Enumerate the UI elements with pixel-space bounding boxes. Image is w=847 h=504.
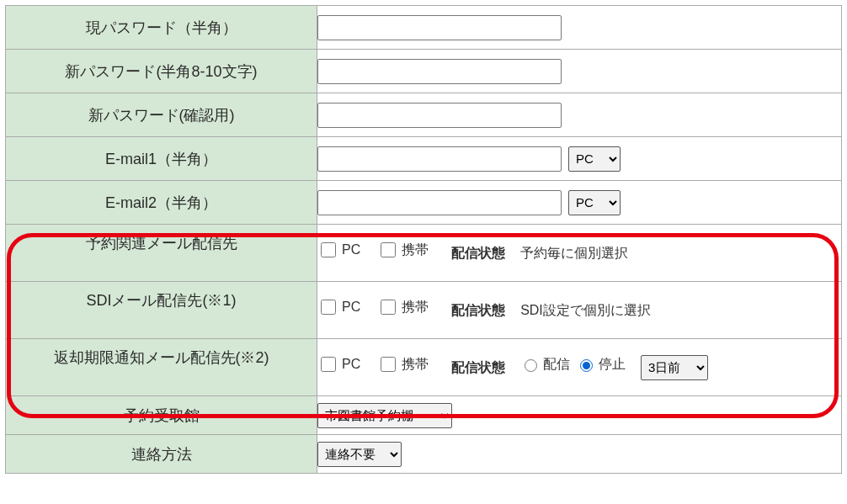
checkbox-return-pc[interactable] [321,357,336,372]
checkbox-return-mobile-text: 携帯 [402,356,429,374]
cell-contact: 連絡不要 [317,435,842,474]
checkbox-reserve-pc-text: PC [342,242,360,257]
row-confirm-password: 新パスワード(確認用) [6,93,842,137]
label-confirm-password: 新パスワード(確認用) [6,93,317,137]
status-text-sdi: SDI設定で個別に選択 [520,303,651,317]
label-new-password: 新パスワード(半角8-10文字) [6,50,317,93]
input-current-password[interactable] [317,15,562,40]
input-confirm-password[interactable] [317,103,562,128]
cell-return-mail: PC 携帯 配信状態 配信 停止 3日前 [317,339,842,396]
row-return-mail: 返却期限通知メール配信先(※2) PC 携帯 配信状態 配信 停止 [6,339,842,396]
checkbox-return-pc-label[interactable]: PC [317,354,360,374]
row-sdi-mail: SDIメール配信先(※1) PC 携帯 配信状態 SDI設定で個別に選択 [6,282,842,339]
cell-current-password [317,6,842,50]
label-current-password: 現パスワード（半角） [6,6,317,50]
select-email2-type[interactable]: PC [568,190,621,215]
status-heading-sdi: 配信状態 [451,303,505,317]
row-reserve-mail: 予約関連メール配信先 PC 携帯 配信状態 予約毎に個別選択 [6,225,842,282]
select-pickup[interactable]: 市図書館予約棚 [317,403,452,428]
checkbox-reserve-mobile-label[interactable]: 携帯 [377,240,429,260]
row-current-password: 現パスワード（半角） [6,6,842,50]
cell-email2: PC [317,181,842,225]
radio-stop[interactable] [580,359,593,372]
cell-email1: PC [317,137,842,181]
input-new-password[interactable] [317,59,562,84]
label-reserve-mail: 予約関連メール配信先 [6,225,317,282]
status-text-reserve: 予約毎に個別選択 [520,246,628,260]
settings-table: 現パスワード（半角） 新パスワード(半角8-10文字) 新パスワード(確認用) … [5,5,842,474]
radio-send[interactable] [525,359,537,372]
label-pickup: 予約受取館 [6,396,317,435]
status-heading-return: 配信状態 [451,360,505,374]
cell-pickup: 市図書館予約棚 [317,396,842,435]
checkbox-sdi-mobile-text: 携帯 [402,299,429,316]
radio-send-text: 配信 [543,356,570,374]
label-email2: E-mail2（半角） [6,181,317,225]
row-new-password: 新パスワード(半角8-10文字) [6,50,842,93]
label-return-mail: 返却期限通知メール配信先(※2) [6,339,317,396]
status-heading-reserve: 配信状態 [451,246,505,260]
label-email1: E-mail1（半角） [6,137,317,181]
checkbox-sdi-pc-label[interactable]: PC [317,297,360,317]
checkbox-reserve-mobile[interactable] [381,242,396,257]
radio-stop-text: 停止 [599,356,626,374]
row-email1: E-mail1（半角） PC [6,137,842,181]
checkbox-return-mobile-label[interactable]: 携帯 [377,354,429,374]
checkbox-return-pc-text: PC [342,357,360,372]
select-return-days[interactable]: 3日前 [641,355,708,380]
radio-send-label[interactable]: 配信 [520,356,570,374]
checkbox-reserve-pc[interactable] [321,242,336,257]
checkbox-sdi-mobile-label[interactable]: 携帯 [377,297,429,317]
row-contact: 連絡方法 連絡不要 [6,435,842,474]
label-contact: 連絡方法 [6,435,317,474]
cell-confirm-password [317,93,842,137]
checkbox-sdi-pc[interactable] [321,300,336,315]
checkbox-sdi-pc-text: PC [342,300,360,315]
input-email1[interactable] [317,146,562,172]
checkbox-reserve-pc-label[interactable]: PC [317,240,360,260]
select-contact[interactable]: 連絡不要 [317,442,402,467]
row-email2: E-mail2（半角） PC [6,181,842,225]
checkbox-sdi-mobile[interactable] [381,300,396,315]
checkbox-return-mobile[interactable] [381,357,396,372]
cell-reserve-mail: PC 携帯 配信状態 予約毎に個別選択 [317,225,842,282]
radio-stop-label[interactable]: 停止 [576,356,626,374]
cell-sdi-mail: PC 携帯 配信状態 SDI設定で個別に選択 [317,282,842,339]
input-email2[interactable] [317,190,562,215]
cell-new-password [317,50,842,93]
label-sdi-mail: SDIメール配信先(※1) [6,282,317,339]
checkbox-reserve-mobile-text: 携帯 [402,241,429,259]
form-container: 現パスワード（半角） 新パスワード(半角8-10文字) 新パスワード(確認用) … [5,5,842,474]
select-email1-type[interactable]: PC [568,146,621,172]
row-pickup: 予約受取館 市図書館予約棚 [6,396,842,435]
